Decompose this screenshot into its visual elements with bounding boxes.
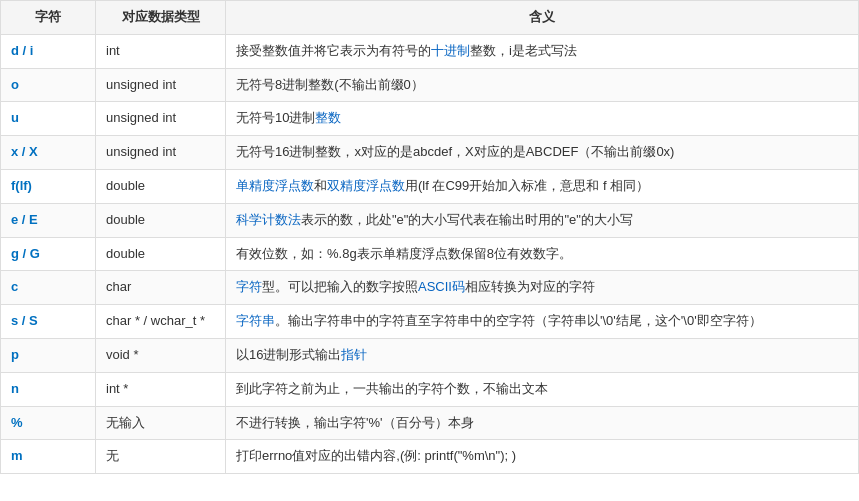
header-symbol: 字符 <box>1 1 96 35</box>
meaning-cell: 接受整数值并将它表示为有符号的十进制整数，i是老式写法 <box>226 34 859 68</box>
meaning-text: 无符号10进制 <box>236 110 315 125</box>
table-row: m无打印errno值对应的出错内容,(例: printf("%m\n"); ) <box>1 440 859 474</box>
table-row: pvoid *以16进制形式输出指针 <box>1 338 859 372</box>
meaning-link[interactable]: 字符 <box>236 279 262 294</box>
meaning-text: 打印errno值对应的出错内容,(例: printf("%m\n"); ) <box>236 448 516 463</box>
table-row: %无输入不进行转换，输出字符'%'（百分号）本身 <box>1 406 859 440</box>
meaning-text: 无符号16进制整数，x对应的是abcdef，X对应的是ABCDEF（不输出前缀0… <box>236 144 674 159</box>
table-row: g / Gdouble有效位数，如：%.8g表示单精度浮点数保留8位有效数字。 <box>1 237 859 271</box>
meaning-text: 表示的数，此处"e"的大小写代表在输出时用的"e"的大小写 <box>301 212 633 227</box>
meaning-cell: 不进行转换，输出字符'%'（百分号）本身 <box>226 406 859 440</box>
table-row: s / Schar * / wchar_t *字符串。输出字符串中的字符直至字符… <box>1 305 859 339</box>
meaning-cell: 无符号16进制整数，x对应的是abcdef，X对应的是ABCDEF（不输出前缀0… <box>226 136 859 170</box>
symbol-cell: % <box>1 406 96 440</box>
meaning-cell: 字符型。可以把输入的数字按照ASCII码相应转换为对应的字符 <box>226 271 859 305</box>
meaning-cell: 单精度浮点数和双精度浮点数用(lf 在C99开始加入标准，意思和 f 相同） <box>226 169 859 203</box>
meaning-text: 和 <box>314 178 327 193</box>
table-row: x / Xunsigned int无符号16进制整数，x对应的是abcdef，X… <box>1 136 859 170</box>
meaning-cell: 科学计数法表示的数，此处"e"的大小写代表在输出时用的"e"的大小写 <box>226 203 859 237</box>
meaning-cell: 到此字符之前为止，一共输出的字符个数，不输出文本 <box>226 372 859 406</box>
table-row: cchar字符型。可以把输入的数字按照ASCII码相应转换为对应的字符 <box>1 271 859 305</box>
meaning-text: 相应转换为对应的字符 <box>465 279 595 294</box>
type-cell: double <box>96 203 226 237</box>
meaning-text: 到此字符之前为止，一共输出的字符个数，不输出文本 <box>236 381 548 396</box>
table-row: e / Edouble科学计数法表示的数，此处"e"的大小写代表在输出时用的"e… <box>1 203 859 237</box>
type-cell: int * <box>96 372 226 406</box>
symbol-cell: o <box>1 68 96 102</box>
main-table: 字符 对应数据类型 含义 d / iint接受整数值并将它表示为有符号的十进制整… <box>0 0 859 474</box>
table-row: uunsigned int无符号10进制整数 <box>1 102 859 136</box>
symbol-cell: g / G <box>1 237 96 271</box>
header-meaning: 含义 <box>226 1 859 35</box>
symbol-cell: e / E <box>1 203 96 237</box>
symbol-cell: u <box>1 102 96 136</box>
meaning-text: 型。可以把输入的数字按照 <box>262 279 418 294</box>
symbol-cell: d / i <box>1 34 96 68</box>
symbol-cell: n <box>1 372 96 406</box>
table-row: nint *到此字符之前为止，一共输出的字符个数，不输出文本 <box>1 372 859 406</box>
table-row: d / iint接受整数值并将它表示为有符号的十进制整数，i是老式写法 <box>1 34 859 68</box>
symbol-cell: m <box>1 440 96 474</box>
symbol-cell: s / S <box>1 305 96 339</box>
type-cell: void * <box>96 338 226 372</box>
meaning-cell: 以16进制形式输出指针 <box>226 338 859 372</box>
meaning-text: 用(lf 在C99开始加入标准，意思和 f 相同） <box>405 178 649 193</box>
type-cell: unsigned int <box>96 102 226 136</box>
meaning-link[interactable]: 整数 <box>315 110 341 125</box>
type-cell: double <box>96 169 226 203</box>
meaning-link[interactable]: 双精度浮点数 <box>327 178 405 193</box>
symbol-cell: x / X <box>1 136 96 170</box>
meaning-link[interactable]: 单精度浮点数 <box>236 178 314 193</box>
meaning-link[interactable]: 指针 <box>341 347 367 362</box>
meaning-text: 以16进制形式输出 <box>236 347 341 362</box>
type-cell: unsigned int <box>96 68 226 102</box>
symbol-cell: c <box>1 271 96 305</box>
meaning-cell: 字符串。输出字符串中的字符直至字符串中的空字符（字符串以'\0'结尾，这个'\0… <box>226 305 859 339</box>
type-cell: unsigned int <box>96 136 226 170</box>
meaning-cell: 无符号10进制整数 <box>226 102 859 136</box>
symbol-cell: f(lf) <box>1 169 96 203</box>
meaning-link[interactable]: 字符串 <box>236 313 275 328</box>
table-row: f(lf)double单精度浮点数和双精度浮点数用(lf 在C99开始加入标准，… <box>1 169 859 203</box>
meaning-link[interactable]: 科学计数法 <box>236 212 301 227</box>
meaning-text: 有效位数，如：%.8g表示单精度浮点数保留8位有效数字。 <box>236 246 572 261</box>
type-cell: 无 <box>96 440 226 474</box>
meaning-text: 。输出字符串中的字符直至字符串中的空字符（字符串以'\0'结尾，这个'\0'即空… <box>275 313 762 328</box>
meaning-link[interactable]: 十进制 <box>431 43 470 58</box>
meaning-cell: 有效位数，如：%.8g表示单精度浮点数保留8位有效数字。 <box>226 237 859 271</box>
meaning-text: 整数，i是老式写法 <box>470 43 577 58</box>
type-cell: int <box>96 34 226 68</box>
meaning-cell: 打印errno值对应的出错内容,(例: printf("%m\n"); ) <box>226 440 859 474</box>
symbol-cell: p <box>1 338 96 372</box>
meaning-text: 无符号8进制整数(不输出前缀0） <box>236 77 424 92</box>
meaning-text: 不进行转换，输出字符'%'（百分号）本身 <box>236 415 474 430</box>
meaning-cell: 无符号8进制整数(不输出前缀0） <box>226 68 859 102</box>
meaning-text: 接受整数值并将它表示为有符号的 <box>236 43 431 58</box>
type-cell: char * / wchar_t * <box>96 305 226 339</box>
type-cell: 无输入 <box>96 406 226 440</box>
type-cell: char <box>96 271 226 305</box>
header-type: 对应数据类型 <box>96 1 226 35</box>
type-cell: double <box>96 237 226 271</box>
meaning-link[interactable]: ASCII码 <box>418 279 465 294</box>
table-row: ounsigned int无符号8进制整数(不输出前缀0） <box>1 68 859 102</box>
